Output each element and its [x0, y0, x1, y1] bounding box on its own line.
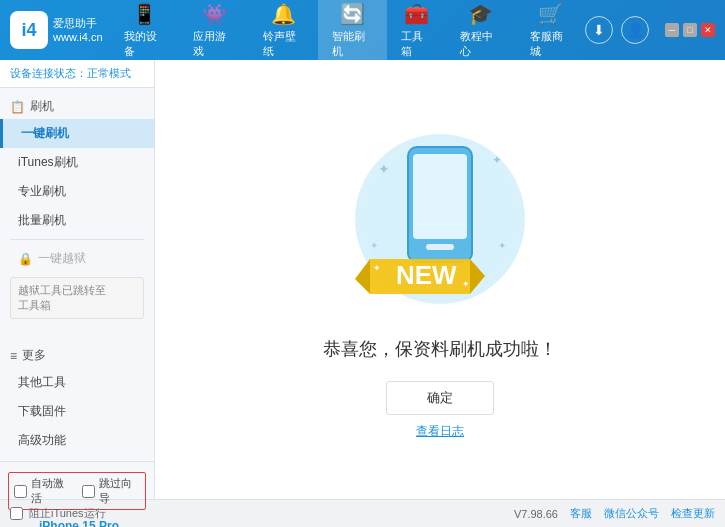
svg-marker-10 [355, 259, 370, 294]
nav-item-toolbox[interactable]: 🧰 工具箱 [387, 0, 446, 65]
header-right: ⬇ 👤 ─ □ ✕ [585, 16, 715, 44]
logo-icon: i4 [10, 11, 48, 49]
sidebar: 设备连接状态：正常模式 📋 刷机 一键刷机 iTunes刷机 专业刷机 批量刷机… [0, 60, 155, 499]
nav-item-ringtones[interactable]: 🔔 铃声壁纸 [249, 0, 318, 65]
success-illustration: ✦ ✦ ✦ ✦ NEW ✦ ✦ [340, 119, 540, 319]
content-area: ✦ ✦ ✦ ✦ NEW ✦ ✦ 恭喜您，保资料刷机成功啦！ 确定 查看日志 [155, 60, 725, 499]
close-btn[interactable]: ✕ [701, 23, 715, 37]
confirm-button[interactable]: 确定 [386, 381, 494, 415]
svg-text:NEW: NEW [396, 260, 457, 290]
sidebar-warning: 越狱工具已跳转至 工具箱 [10, 277, 144, 319]
sidebar-item-advanced[interactable]: 高级功能 [0, 426, 154, 455]
svg-text:✦: ✦ [378, 161, 390, 177]
sidebar-item-download-firmware[interactable]: 下载固件 [0, 397, 154, 426]
lock-icon: 🔒 [18, 252, 33, 266]
sidebar-divider-1 [10, 239, 144, 240]
game-icon: 👾 [202, 2, 227, 26]
sidebar-item-itunes-flash[interactable]: iTunes刷机 [0, 148, 154, 177]
header: i4 爱思助手 www.i4.cn 📱 我的设备 👾 应用游戏 🔔 铃声壁纸 🔄… [0, 0, 725, 60]
svg-text:✦: ✦ [370, 240, 378, 251]
phone-icon: 📱 [132, 2, 157, 26]
nav-bar: 📱 我的设备 👾 应用游戏 🔔 铃声壁纸 🔄 智能刷机 🧰 工具箱 🎓 教程中心… [110, 0, 585, 65]
sidebar-item-one-key-recovery: 🔒 一键越狱 [0, 244, 154, 273]
bell-icon: 🔔 [271, 2, 296, 26]
user-btn[interactable]: 👤 [621, 16, 649, 44]
more-section: ≡ 更多 其他工具 下载固件 高级功能 [0, 337, 154, 461]
status-bar: 设备连接状态：正常模式 [0, 60, 154, 88]
flash-section-header: 📋 刷机 [0, 94, 154, 119]
auto-activate-checkbox[interactable] [14, 485, 27, 498]
svg-text:✦: ✦ [373, 263, 381, 273]
flash-icon: 📋 [10, 100, 25, 114]
success-text: 恭喜您，保资料刷机成功啦！ [323, 337, 557, 361]
svg-text:✦: ✦ [462, 279, 470, 289]
skip-guide-checkbox[interactable] [82, 485, 95, 498]
window-controls: ─ □ ✕ [665, 23, 715, 37]
graduation-icon: 🎓 [468, 2, 493, 26]
more-icon: ≡ [10, 349, 17, 363]
block-itunes-checkbox[interactable] [10, 507, 23, 520]
svg-text:✦: ✦ [492, 153, 502, 167]
auto-controls-box: 自动激活 跳过向导 [8, 472, 146, 510]
nav-item-service[interactable]: 🛒 客服商城 [516, 0, 585, 65]
nav-item-apps[interactable]: 👾 应用游戏 [179, 0, 248, 65]
nav-item-tutorial[interactable]: 🎓 教程中心 [446, 0, 515, 65]
sidebar-item-other-tools[interactable]: 其他工具 [0, 368, 154, 397]
main-layout: 设备连接状态：正常模式 📋 刷机 一键刷机 iTunes刷机 专业刷机 批量刷机… [0, 60, 725, 499]
flash-section: 📋 刷机 一键刷机 iTunes刷机 专业刷机 批量刷机 🔒 一键越狱 越狱工具 [0, 88, 154, 329]
minimize-btn[interactable]: ─ [665, 23, 679, 37]
more-section-header: ≡ 更多 [0, 343, 154, 368]
sidebar-item-one-key-flash[interactable]: 一键刷机 [0, 119, 154, 148]
log-link[interactable]: 查看日志 [416, 423, 464, 440]
toolbox-icon: 🧰 [404, 2, 429, 26]
logo-text: 爱思助手 www.i4.cn [53, 16, 103, 45]
svg-rect-3 [413, 154, 467, 239]
bottom-right: V7.98.66 客服 微信公众号 检查更新 [514, 506, 715, 521]
download-btn[interactable]: ⬇ [585, 16, 613, 44]
success-svg: ✦ ✦ ✦ ✦ NEW ✦ ✦ [340, 119, 540, 319]
sidebar-item-batch-flash[interactable]: 批量刷机 [0, 206, 154, 235]
nav-item-smart-flash[interactable]: 🔄 智能刷机 [318, 0, 387, 65]
bottom-left: 阻止iTunes运行 [10, 506, 106, 521]
shop-icon: 🛒 [538, 2, 563, 26]
logo-area: i4 爱思助手 www.i4.cn [10, 11, 110, 49]
svg-text:✦: ✦ [498, 240, 506, 251]
nav-item-my-device[interactable]: 📱 我的设备 [110, 0, 179, 65]
refresh-icon: 🔄 [340, 2, 365, 26]
maximize-btn[interactable]: □ [683, 23, 697, 37]
sidebar-item-pro-flash[interactable]: 专业刷机 [0, 177, 154, 206]
svg-rect-4 [426, 244, 454, 250]
